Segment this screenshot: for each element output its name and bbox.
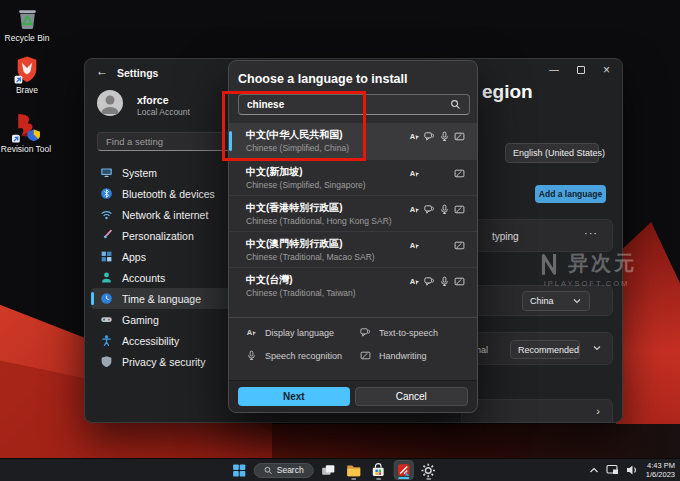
account-name: xforce	[137, 94, 169, 106]
language-list-item[interactable]: 中文(新加坡) Chinese (Simplified, Singapore)	[229, 159, 477, 195]
close-button[interactable]: ×	[603, 65, 610, 75]
sidebar-item-icon	[100, 208, 113, 221]
legend-item: Display language	[246, 327, 360, 338]
handwriting-icon	[454, 240, 465, 251]
annotation-highlight-box	[222, 91, 366, 161]
sidebar-item[interactable]: System	[91, 162, 245, 183]
country-dropdown[interactable]: China	[522, 291, 590, 311]
display-language-value: English (United States)	[513, 148, 605, 158]
running-indicator	[376, 478, 381, 480]
task-view-button[interactable]	[319, 460, 339, 480]
sidebar-item[interactable]: Network & internet	[91, 204, 245, 225]
regional-format-dropdown[interactable]: Recommended	[510, 340, 580, 359]
desktop-icon-revision-tool[interactable]: Revision Tool	[0, 112, 52, 154]
windows-start-icon	[231, 463, 246, 478]
find-setting-input[interactable]: Find a setting	[97, 132, 233, 151]
sidebar-item-label: Network & internet	[122, 209, 208, 221]
taskbar: Search	[0, 458, 680, 481]
legend-label: Speech recognition	[265, 351, 342, 361]
desktop-icon-label: Revision Tool	[1, 145, 51, 154]
desktop-icon-brave[interactable]: Brave	[1, 55, 53, 95]
desktop-icon-recycle-bin[interactable]: Recycle Bin	[1, 5, 53, 43]
expand-chevron-icon[interactable]	[592, 343, 602, 353]
country-card: China	[461, 285, 613, 316]
legend-item: Text-to-speech	[360, 327, 470, 338]
language-list-item[interactable]: 中文(台灣) Chinese (Traditional, Taiwan)	[229, 267, 477, 303]
sidebar-item[interactable]: Personalization	[91, 225, 245, 246]
chevron-right-icon: ›	[596, 405, 600, 417]
text-to-speech-icon	[424, 131, 435, 142]
store-button[interactable]	[369, 460, 389, 480]
language-list-item[interactable]: 中文(香港特別行政區) Chinese (Traditional, Hong K…	[229, 195, 477, 231]
sidebar-item-icon	[100, 229, 113, 242]
dialog-footer: Next Cancel	[229, 380, 477, 412]
recycle-bin-icon	[14, 5, 41, 32]
legend-icon	[246, 350, 257, 361]
revision-tool-icon	[397, 463, 411, 477]
sidebar-item[interactable]: Bluetooth & devices	[91, 183, 245, 204]
add-language-button[interactable]: Add a language	[535, 185, 606, 203]
settings-button[interactable]	[419, 460, 439, 480]
admin-settings-card[interactable]: ›	[461, 399, 613, 423]
more-options-icon[interactable]: ···	[584, 227, 598, 239]
wallpaper-shape	[616, 222, 680, 458]
microsoft-store-icon	[371, 463, 386, 478]
sidebar-item[interactable]: Accessibility	[91, 330, 245, 351]
divider	[229, 317, 477, 318]
language-english-name: Chinese (Traditional, Taiwan)	[246, 288, 356, 298]
display-language-dropdown[interactable]: English (United States)	[505, 143, 599, 163]
clock-time: 4:43 PM	[646, 461, 675, 470]
language-list-item[interactable]: 中文(澳門特別行政區) Chinese (Traditional, Macao …	[229, 231, 477, 267]
typing-card[interactable]: typing ···	[461, 219, 613, 252]
regional-format-card: nal Recommended	[461, 332, 613, 365]
sidebar-item[interactable]: Time & language	[91, 288, 245, 309]
sidebar-item-label: Personalization	[122, 230, 194, 242]
active-indicator	[398, 477, 409, 479]
sidebar-item[interactable]: Accounts	[91, 267, 245, 288]
back-button[interactable]: ←	[96, 64, 108, 78]
sidebar-item-icon	[100, 334, 113, 347]
minimize-button[interactable]: —	[549, 65, 559, 75]
sidebar-item-icon	[100, 166, 113, 179]
feature-legend: Display language Text-to-speech Speech r…	[246, 327, 470, 361]
account-type: Local Account	[137, 107, 190, 117]
search-icon	[264, 466, 273, 475]
sidebar-item-icon	[100, 355, 113, 368]
legend-label: Display language	[265, 328, 334, 338]
chevron-down-icon	[572, 296, 582, 306]
display-language-icon	[409, 204, 420, 215]
task-view-icon	[321, 463, 336, 478]
search-icon	[450, 99, 461, 110]
legend-label: Handwriting	[379, 351, 427, 361]
sidebar-item-icon	[100, 313, 113, 326]
language-english-name: Chinese (Traditional, Macao SAR)	[246, 252, 375, 262]
start-button[interactable]	[229, 460, 249, 480]
sidebar-item-icon	[100, 187, 113, 200]
revision-tool-icon	[12, 112, 41, 143]
language-english-name: Chinese (Simplified, Singapore)	[246, 180, 366, 190]
legend-item: Handwriting	[360, 350, 470, 361]
sidebar-item[interactable]: Gaming	[91, 309, 245, 330]
sidebar-item[interactable]: Privacy & security	[91, 351, 245, 372]
desktop-icon-label: Recycle Bin	[5, 34, 50, 43]
avatar[interactable]	[97, 90, 123, 116]
handwriting-icon	[454, 204, 465, 215]
speech-recognition-icon	[439, 131, 450, 142]
maximize-button[interactable]	[577, 66, 585, 74]
revision-tool-button[interactable]	[394, 460, 414, 480]
cancel-button[interactable]: Cancel	[355, 387, 469, 406]
display-tray-icon[interactable]	[606, 464, 619, 476]
sidebar-item[interactable]: Apps	[91, 246, 245, 267]
show-hidden-icons-chevron[interactable]	[589, 466, 599, 474]
taskbar-clock[interactable]: 4:43 PM 1/6/2023	[646, 461, 675, 479]
brave-icon	[14, 55, 40, 84]
sidebar-item-label: Bluetooth & devices	[122, 188, 215, 200]
next-button[interactable]: Next	[238, 387, 350, 406]
language-native-name: 中文(新加坡)	[246, 165, 303, 179]
sidebar-item-label: Accessibility	[122, 335, 179, 347]
display-language-icon	[409, 276, 420, 287]
file-explorer-button[interactable]	[344, 460, 364, 480]
taskbar-search-label: Search	[277, 465, 304, 475]
taskbar-search[interactable]: Search	[254, 463, 314, 478]
volume-icon[interactable]	[626, 464, 639, 476]
